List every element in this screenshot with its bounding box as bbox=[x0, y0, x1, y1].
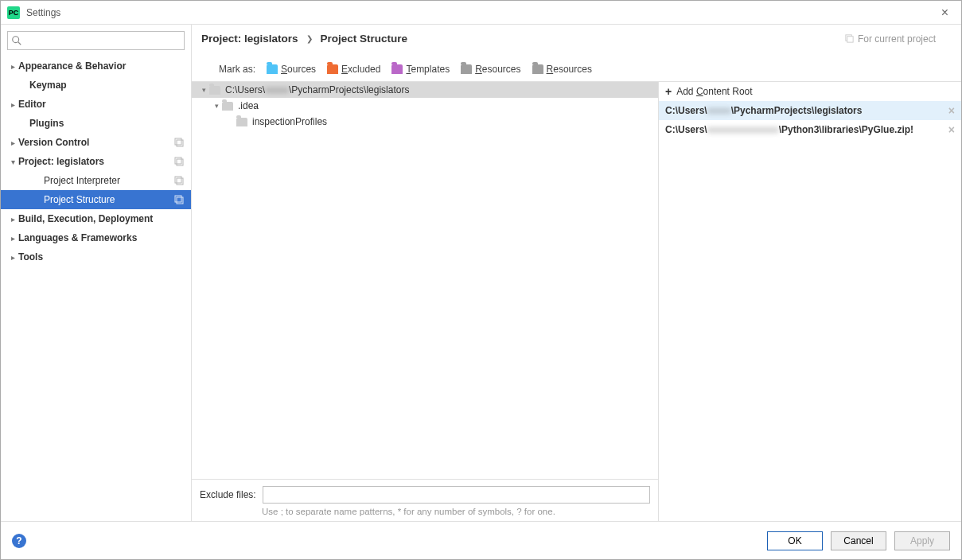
folder-icon bbox=[222, 102, 233, 111]
exclude-input[interactable] bbox=[263, 486, 650, 504]
title-bar: PC Settings × bbox=[1, 1, 961, 25]
svg-rect-3 bbox=[177, 140, 183, 146]
folder-icon bbox=[236, 118, 247, 126]
plus-icon: + bbox=[665, 85, 672, 98]
tree-item-idea[interactable]: ▾ .idea bbox=[192, 98, 658, 114]
chevron-down-icon: ▾ bbox=[7, 158, 18, 166]
breadcrumb-page: Project Structure bbox=[321, 33, 408, 45]
settings-sidebar: ▸Appearance & BehaviorKeymap▸EditorPlugi… bbox=[1, 25, 192, 521]
apply-button[interactable]: Apply bbox=[894, 531, 950, 550]
remove-root-icon[interactable]: × bbox=[948, 104, 955, 117]
project-scope-icon bbox=[173, 156, 185, 167]
window-title: Settings bbox=[26, 7, 60, 18]
sidebar-item-plugins[interactable]: Plugins bbox=[1, 114, 191, 133]
svg-rect-7 bbox=[177, 178, 183, 185]
project-scope-icon bbox=[173, 175, 185, 186]
sidebar-item-label: Editor bbox=[18, 99, 185, 110]
sidebar-item-editor[interactable]: ▸Editor bbox=[1, 95, 191, 114]
sidebar-item-label: Project Structure bbox=[44, 194, 173, 205]
content-root-row[interactable]: C:\Users\xxxxx\PycharmProjects\legislato… bbox=[659, 101, 961, 120]
mark-templates[interactable]: Templates bbox=[391, 64, 450, 75]
ok-button[interactable]: OK bbox=[767, 531, 823, 550]
chevron-right-icon: ▸ bbox=[7, 253, 18, 262]
dialog-footer: ? OK Cancel Apply bbox=[1, 521, 961, 559]
sidebar-item-languages-frameworks[interactable]: ▸Languages & Frameworks bbox=[1, 228, 191, 247]
close-icon[interactable]: × bbox=[935, 6, 955, 20]
chevron-right-icon: ▸ bbox=[7, 100, 18, 109]
mark-as-toolbar: Mark as: Sources Excluded Templates Reso… bbox=[192, 60, 961, 81]
mark-as-label: Mark as: bbox=[219, 64, 255, 75]
sidebar-item-project-interpreter[interactable]: Project Interpreter bbox=[1, 171, 191, 190]
sidebar-item-label: Tools bbox=[18, 251, 185, 262]
sidebar-item-version-control[interactable]: ▸Version Control bbox=[1, 133, 191, 152]
sidebar-item-project-legislators[interactable]: ▾Project: legislators bbox=[1, 152, 191, 171]
sidebar-item-build-execution-deployment[interactable]: ▸Build, Execution, Deployment bbox=[1, 209, 191, 228]
directory-tree: ▾ C:\Users\xxxxx\PycharmProjects\legisla… bbox=[192, 82, 659, 521]
mark-resources[interactable]: Resources bbox=[461, 64, 520, 75]
sidebar-item-label: Keymap bbox=[29, 80, 185, 91]
sidebar-item-label: Languages & Frameworks bbox=[18, 232, 185, 243]
mark-test-resources[interactable]: Resources bbox=[532, 64, 592, 75]
svg-line-1 bbox=[18, 42, 21, 45]
sidebar-item-label: Appearance & Behavior bbox=[18, 60, 185, 72]
svg-point-0 bbox=[13, 37, 19, 43]
sidebar-item-label: Version Control bbox=[18, 137, 173, 148]
remove-root-icon[interactable]: × bbox=[948, 123, 955, 136]
sidebar-item-appearance-behavior[interactable]: ▸Appearance & Behavior bbox=[1, 56, 191, 76]
chevron-right-icon: ❯ bbox=[306, 34, 313, 43]
chevron-down-icon[interactable]: ▾ bbox=[198, 86, 209, 94]
chevron-right-icon: ▸ bbox=[7, 234, 18, 243]
chevron-right-icon: ▸ bbox=[7, 62, 18, 71]
breadcrumb-project: Project: legislators bbox=[201, 33, 298, 45]
project-scope-icon bbox=[844, 33, 855, 44]
sidebar-item-tools[interactable]: ▸Tools bbox=[1, 247, 191, 266]
tree-root[interactable]: ▾ C:\Users\xxxxx\PycharmProjects\legisla… bbox=[192, 82, 658, 98]
search-icon bbox=[11, 35, 22, 46]
svg-rect-9 bbox=[177, 197, 183, 204]
sidebar-item-label: Build, Execution, Deployment bbox=[18, 213, 185, 224]
project-scope-icon bbox=[173, 137, 185, 148]
exclude-hint: Use ; to separate name patterns, * for a… bbox=[200, 504, 650, 516]
breadcrumb: Project: legislators ❯ Project Structure… bbox=[201, 33, 952, 45]
sidebar-item-label: Project Interpreter bbox=[44, 175, 173, 186]
tree-item-inspection[interactable]: inspectionProfiles bbox=[192, 114, 658, 130]
help-icon[interactable]: ? bbox=[12, 534, 26, 548]
chevron-right-icon: ▸ bbox=[7, 215, 18, 224]
exclude-label: Exclude files: bbox=[200, 489, 256, 500]
mark-sources[interactable]: Sources bbox=[267, 64, 316, 75]
content-roots-panel: + Add Content Root C:\Users\xxxxx\Pychar… bbox=[659, 82, 961, 521]
sidebar-item-label: Plugins bbox=[29, 118, 185, 129]
chevron-right-icon: ▸ bbox=[7, 138, 18, 147]
project-scope-icon bbox=[173, 194, 185, 205]
mark-excluded[interactable]: Excluded bbox=[327, 64, 380, 75]
sidebar-item-keymap[interactable]: Keymap bbox=[1, 76, 191, 95]
search-input[interactable] bbox=[7, 31, 185, 50]
pycharm-icon: PC bbox=[7, 6, 20, 19]
folder-icon bbox=[209, 86, 220, 95]
chevron-down-icon[interactable]: ▾ bbox=[211, 102, 222, 110]
svg-rect-11 bbox=[847, 37, 853, 42]
add-content-root[interactable]: + Add Content Root bbox=[659, 82, 961, 101]
scope-hint-label: For current project bbox=[858, 33, 936, 45]
sidebar-item-label: Project: legislators bbox=[18, 156, 173, 167]
sidebar-item-project-structure[interactable]: Project Structure bbox=[1, 190, 191, 209]
svg-rect-5 bbox=[177, 159, 183, 165]
scope-hint: For current project bbox=[844, 33, 936, 45]
cancel-button[interactable]: Cancel bbox=[831, 531, 886, 550]
content-root-row[interactable]: C:\Users\xxxxxxxxxxxxxxx\Python3\librari… bbox=[659, 120, 961, 139]
